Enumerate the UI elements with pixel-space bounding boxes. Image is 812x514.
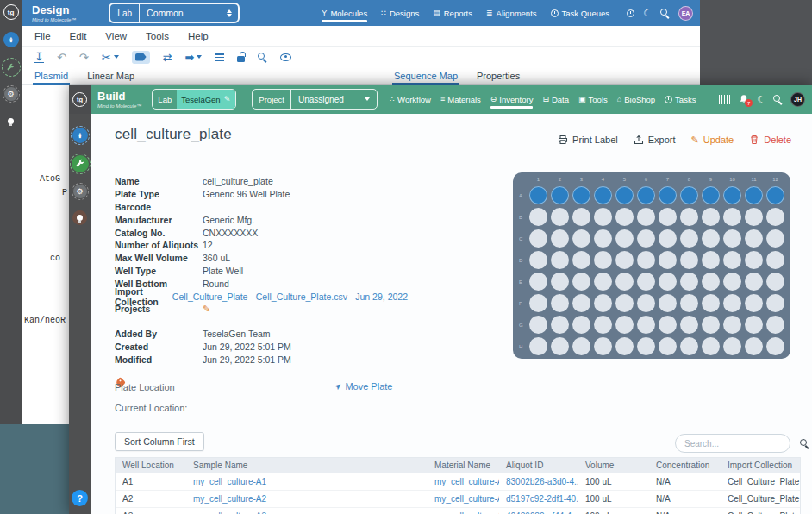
well-F5[interactable] [615,294,634,312]
well-A1[interactable] [529,186,547,204]
cell-link[interactable]: my_cell_culture-A3 [186,508,428,514]
well-E12[interactable] [766,273,784,291]
well-C4[interactable] [594,229,612,248]
design-nav-molecules[interactable]: YMolecules [322,3,367,23]
build-module-icon[interactable] [3,60,19,75]
table-search-input[interactable] [683,438,800,449]
well-B12[interactable] [766,208,784,226]
move-plate-link[interactable]: ➤ Move Plate [334,381,392,392]
well-D2[interactable] [551,251,569,269]
well-H5[interactable] [615,337,634,355]
barcode-scan-icon[interactable] [719,95,731,104]
sort-column-first-button[interactable]: Sort Column First [115,432,204,451]
table-row[interactable]: A2my_cell_culture-A2my_cell_culture-A2d5… [116,491,800,508]
build-lab-selector[interactable]: Lab TeselaGen ✎ [152,89,236,110]
well-A10[interactable] [723,186,741,204]
well-E1[interactable] [529,273,547,291]
well-F7[interactable] [659,294,677,312]
build-nav-bioshop[interactable]: ⌂BioShop [617,90,655,110]
well-H10[interactable] [723,337,741,355]
menu-view[interactable]: View [105,31,127,41]
well-B7[interactable] [659,208,677,226]
well-D10[interactable] [723,251,741,269]
well-E6[interactable] [637,273,655,291]
design-nav-task-queues[interactable]: Task Queues [551,3,609,23]
well-A6[interactable] [637,186,655,204]
edit-lab-icon[interactable]: ✎ [224,95,231,103]
well-H6[interactable] [637,337,655,355]
well-C2[interactable] [551,229,569,248]
well-G8[interactable] [680,316,698,334]
well-A7[interactable] [659,186,677,204]
well-F1[interactable] [529,294,547,312]
cell-link[interactable]: d5197c92-2df1-40... [499,491,578,507]
build-nav-tasks[interactable]: Tasks [665,90,696,110]
dark-mode-icon[interactable]: ☾ [757,95,765,104]
import-collection-link[interactable]: Cell_Culture_Plate - Cell_Culture_Plate.… [172,291,408,302]
well-G6[interactable] [637,316,655,334]
well-G12[interactable] [766,316,784,334]
table-row[interactable]: A1my_cell_culture-A1my_cell_culture-A183… [116,473,800,491]
well-E3[interactable] [572,273,590,291]
well-H11[interactable] [745,337,763,355]
tab-sequence-map[interactable]: Sequence Map [392,67,459,85]
well-C7[interactable] [659,229,677,248]
menu-file[interactable]: File [34,31,51,41]
menu-help[interactable]: Help [188,31,209,41]
column-header-volume[interactable]: Volume [578,458,649,473]
align-icon[interactable] [215,53,224,61]
column-header-well-location[interactable]: Well Location [116,458,186,473]
well-H12[interactable] [766,337,784,355]
well-F8[interactable] [680,294,698,312]
well-C3[interactable] [572,229,590,248]
design-nav-designs[interactable]: ∷Designs [381,3,419,23]
well-F6[interactable] [637,294,655,312]
well-A9[interactable] [702,186,720,204]
well-F2[interactable] [551,294,569,312]
well-C6[interactable] [637,229,655,248]
well-D6[interactable] [637,251,655,269]
help-button[interactable]: ? [72,490,88,506]
tab-linear-map[interactable]: Linear Map [85,67,136,85]
alarm-check-icon[interactable] [627,9,634,17]
well-G9[interactable] [702,316,720,334]
user-avatar[interactable]: JH [790,92,805,107]
cut-icon[interactable]: ✂ [102,52,119,63]
well-G7[interactable] [659,316,677,334]
import-icon[interactable]: ↧ [34,51,44,63]
design-module-icon[interactable]: ✒ [72,128,88,143]
well-C11[interactable] [745,229,763,248]
design-nav-alignments[interactable]: ≣Alignments [486,3,537,23]
tab-plasmid[interactable]: Plasmid [33,67,70,85]
find-icon[interactable] [258,53,267,62]
column-header-concentration[interactable]: Concentration [649,458,721,473]
notifications-bell-icon[interactable]: 7 [739,94,749,104]
cell-link[interactable]: my_cell_culture-A3 [428,508,499,514]
well-H9[interactable] [702,337,720,355]
well-B10[interactable] [723,208,741,226]
well-G11[interactable] [745,316,763,334]
column-header-sample-name[interactable]: Sample Name [186,458,428,473]
menu-edit[interactable]: Edit [70,31,87,41]
well-B8[interactable] [680,208,698,226]
design-lab-selector[interactable]: Lab Common [109,3,240,23]
swap-strand-icon[interactable]: ⇄ [163,52,172,63]
well-F9[interactable] [702,294,720,312]
well-G5[interactable] [615,316,634,334]
cell-link[interactable]: 40489680-af44-4... [499,508,578,514]
well-B3[interactable] [572,208,590,226]
well-C8[interactable] [680,229,698,248]
design-module-icon[interactable]: ✒ [3,32,19,47]
well-D5[interactable] [615,251,634,269]
well-G2[interactable] [551,316,569,334]
well-F11[interactable] [745,294,763,312]
well-A5[interactable] [615,186,634,204]
well-D8[interactable] [680,251,698,269]
well-H8[interactable] [680,337,698,355]
well-D7[interactable] [659,251,677,269]
well-H3[interactable] [572,337,590,355]
well-H2[interactable] [551,337,569,355]
well-E4[interactable] [594,273,612,291]
build-module-icon[interactable] [72,155,89,172]
well-A8[interactable] [680,186,698,204]
